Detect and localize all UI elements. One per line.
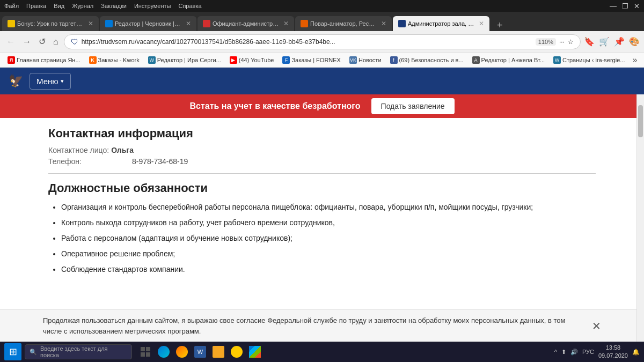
duty-item-4: Оперативное решение проблем; xyxy=(61,248,596,260)
tab-3[interactable]: Официант-администратор, Ре... ✕ xyxy=(197,16,294,31)
site-logo-icon: 🦅 xyxy=(9,74,23,88)
tab-2-close[interactable]: ✕ xyxy=(186,20,191,27)
tab-5-close[interactable]: ✕ xyxy=(479,20,484,27)
bookmark-security-label: (69) Безопасность и в... xyxy=(399,57,464,63)
taskbar-clock[interactable]: 13:58 09.07.2020 xyxy=(598,344,628,360)
utorrent-icon xyxy=(231,346,243,358)
taskbar-utorrent-icon[interactable] xyxy=(229,344,245,360)
svg-rect-3 xyxy=(146,352,150,357)
menu-help[interactable]: Справка xyxy=(178,3,201,9)
bookmark-yandex[interactable]: Я Главная страница Ян... xyxy=(4,55,84,65)
svg-rect-0 xyxy=(141,347,145,351)
menu-tools[interactable]: Инструменты xyxy=(134,3,171,9)
contact-person-value: Ольга xyxy=(111,146,134,154)
site-menu-label: Меню xyxy=(36,77,58,86)
bookmark-editor-label: Редактор | Ира Серги... xyxy=(157,57,221,63)
tab-4-label: Повар-аниматор, Республика... xyxy=(310,20,377,27)
tab-4[interactable]: Повар-аниматор, Республика... ✕ xyxy=(295,16,392,31)
taskbar-edge-icon[interactable] xyxy=(156,344,172,360)
consent-close-button[interactable]: ✕ xyxy=(592,320,601,333)
duty-item-1: Организация и контроль бесперебойной раб… xyxy=(61,202,596,213)
menu-journal[interactable]: Журнал xyxy=(72,3,93,9)
tab-1[interactable]: Бонус: Урок по таргету от @с... ✕ xyxy=(2,16,99,31)
system-tray: ^ ⬆ 🔊 РУС 13:58 09.07.2020 🔔 xyxy=(554,344,640,360)
svg-rect-2 xyxy=(141,352,145,357)
maximize-button[interactable]: ❐ xyxy=(622,2,628,10)
bookmarks-more-button[interactable]: » xyxy=(630,55,639,65)
start-button[interactable]: ⊞ xyxy=(4,343,21,360)
ext-icon-2[interactable]: 🎨 xyxy=(629,36,640,47)
bookmark-pages[interactable]: W Страницы ‹ ira-sergie... xyxy=(550,55,628,65)
zoom-level: 110% xyxy=(536,38,556,46)
bookmark-fornex-label: Заказы | FORNEX xyxy=(291,57,341,63)
menu-file[interactable]: Файл xyxy=(4,3,19,9)
bookmark-youtube-label: (44) YouTube xyxy=(239,57,274,63)
bookmark-editor-icon: W xyxy=(148,56,156,64)
tab-3-favicon xyxy=(203,20,210,27)
menu-edit[interactable]: Правка xyxy=(26,3,46,9)
tab-1-label: Бонус: Урок по таргету от @с... xyxy=(17,20,84,27)
minimize-button[interactable]: — xyxy=(610,2,617,10)
tab-2[interactable]: Редактор | Черновик | Яндекс... ✕ xyxy=(100,16,196,31)
scrollbar-thumb[interactable] xyxy=(638,105,643,137)
taskbar-word-icon[interactable]: W xyxy=(192,344,208,360)
bookmark-pages-label: Страницы ‹ ira-sergie... xyxy=(562,57,625,63)
reading-list-icon[interactable]: 🔖 xyxy=(584,36,595,47)
bookmark-security-icon: f xyxy=(390,56,398,64)
bookmark-kwork-label: Заказы - Kwork xyxy=(98,57,140,63)
site-menu-button[interactable]: Меню ▾ xyxy=(30,73,71,90)
bookmark-kwork[interactable]: K Заказы - Kwork xyxy=(86,55,143,65)
banner-text: Встать на учет в качестве безработного xyxy=(189,101,360,111)
page-scrollbar[interactable] xyxy=(636,94,644,342)
bookmark-youtube[interactable]: ▶ (44) YouTube xyxy=(226,55,277,65)
new-tab-button[interactable]: + xyxy=(493,20,507,31)
tray-expand-icon[interactable]: ^ xyxy=(554,349,557,355)
close-button[interactable]: ✕ xyxy=(634,2,640,10)
taskbar-pinned-apps: W xyxy=(137,344,263,360)
home-button[interactable]: ⌂ xyxy=(51,37,61,47)
bookmark-yandex-label: Главная страница Ян... xyxy=(17,57,80,63)
tray-notification-icon[interactable]: 🔔 xyxy=(632,349,640,356)
bookmark-news[interactable]: VK Новости xyxy=(346,55,385,65)
menu-dots[interactable]: ··· xyxy=(559,38,565,46)
taskbar-cortana-icon[interactable] xyxy=(137,344,153,360)
bookmark-star[interactable]: ☆ xyxy=(568,38,574,46)
back-button[interactable]: ← xyxy=(4,37,17,47)
menu-view[interactable]: Вид xyxy=(54,3,64,9)
taskbar-firefox-icon[interactable] xyxy=(174,344,190,360)
taskbar-files-icon[interactable] xyxy=(210,344,226,360)
bookmark-fornex[interactable]: F Заказы | FORNEX xyxy=(279,55,344,65)
forward-button[interactable]: → xyxy=(20,37,33,47)
tab-4-close[interactable]: ✕ xyxy=(381,20,386,27)
taskbar-ms-store-icon[interactable] xyxy=(247,344,263,360)
apply-button[interactable]: Подать заявление xyxy=(371,98,455,114)
tab-1-close[interactable]: ✕ xyxy=(88,20,93,27)
url-bar[interactable]: 🛡 https://trudvsem.ru/vacancy/card/10277… xyxy=(64,34,581,49)
taskbar-date: 09.07.2020 xyxy=(598,352,628,360)
security-icon: 🛡 xyxy=(71,38,78,46)
tab-2-label: Редактор | Черновик | Яндекс... xyxy=(115,20,181,27)
tray-volume-icon[interactable]: 🔊 xyxy=(570,349,578,356)
title-bar-menu: Файл Правка Вид Журнал Закладки Инструме… xyxy=(4,3,202,9)
phone-label: Телефон: xyxy=(48,157,82,166)
svg-rect-1 xyxy=(146,347,150,351)
bookmark-security[interactable]: f (69) Безопасность и в... xyxy=(387,55,467,65)
files-icon xyxy=(213,346,224,358)
bookmark-editor2[interactable]: A Редактор | Анжела Вт... xyxy=(469,55,548,65)
tab-3-close[interactable]: ✕ xyxy=(283,20,289,27)
consent-bar: Продолжая пользоваться данным сайтом, я … xyxy=(0,309,644,342)
tray-lang[interactable]: РУС xyxy=(582,349,594,355)
menu-bookmarks[interactable]: Закладки xyxy=(101,3,127,9)
bookmark-youtube-icon: ▶ xyxy=(230,56,237,64)
collections-icon[interactable]: 🛒 xyxy=(599,36,610,47)
reload-button[interactable]: ↺ xyxy=(36,36,48,47)
taskbar-search-text: Введите здесь текст для поиска xyxy=(40,345,127,358)
browser-ext-icons: 🔖 🛒 📌 🎨 xyxy=(584,36,640,47)
bookmark-editor[interactable]: W Редактор | Ира Серги... xyxy=(145,55,224,65)
taskbar-search[interactable]: 🔍 Введите здесь текст для поиска xyxy=(25,344,132,359)
bookmark-editor2-icon: A xyxy=(472,56,480,64)
windows-icon: ⊞ xyxy=(9,346,17,358)
tray-network-icon[interactable]: ⬆ xyxy=(561,349,566,356)
ext-icon-1[interactable]: 📌 xyxy=(614,36,625,47)
tab-5[interactable]: Администратор зала, Респуб... ✕ xyxy=(393,16,489,31)
